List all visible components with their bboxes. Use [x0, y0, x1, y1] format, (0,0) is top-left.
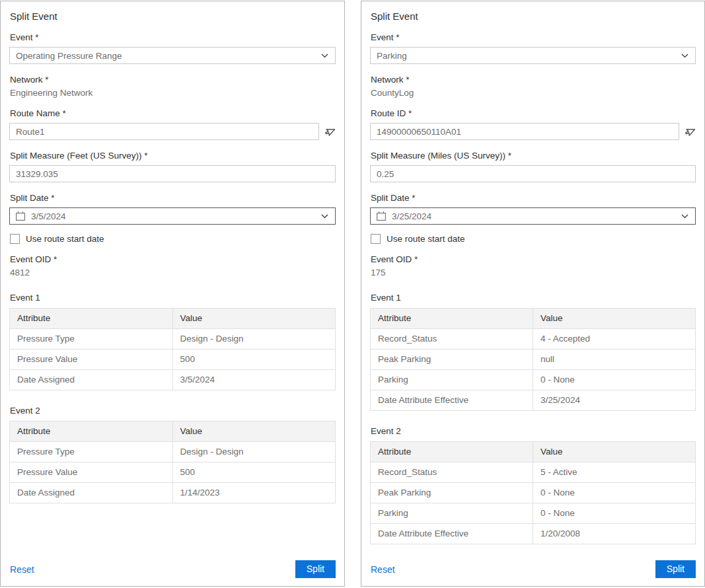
reset-button[interactable]: Reset [10, 564, 34, 575]
attribute-cell: Record_Status [371, 462, 533, 483]
chevron-down-icon [681, 54, 688, 58]
table-row: Parking 0 - None [371, 370, 696, 390]
value-cell: 4 - Accepted [533, 329, 696, 349]
event1-heading: Event 1 [10, 293, 336, 303]
table-row: Date Attribute Effective 3/25/2024 [371, 390, 696, 411]
table-header-row: Attribute Value [10, 309, 336, 329]
event1-table: Attribute Value Record_Status 4 - Accept… [370, 308, 696, 411]
attribute-cell: Date Attribute Effective [371, 524, 533, 544]
value-cell: 3/25/2024 [533, 390, 696, 411]
calendar-icon [376, 211, 387, 221]
value-cell: 0 - None [533, 503, 696, 524]
use-route-start-date-label: Use route start date [387, 234, 465, 244]
select-on-map-icon[interactable] [324, 126, 336, 137]
page-title: Split Event [371, 11, 696, 22]
value-cell: 5 - Active [533, 462, 696, 483]
event-select[interactable]: Operating Pressure Range [9, 47, 336, 64]
table-header-row: Attribute Value [371, 309, 696, 329]
event-select-value: Parking [377, 51, 407, 61]
split-date-value: 3/5/2024 [31, 211, 66, 221]
value-cell: 0 - None [533, 483, 696, 503]
split-event-panel-right: Split Event Event * Parking Network * Co… [361, 1, 705, 587]
table-row: Pressure Value 500 [10, 462, 336, 483]
reset-button[interactable]: Reset [371, 564, 395, 575]
split-measure-input[interactable] [370, 165, 696, 182]
split-event-panels-container: Split Event Event * Operating Pressure R… [0, 0, 705, 587]
chevron-down-icon [681, 214, 688, 219]
attribute-column-header: Attribute [10, 309, 173, 329]
split-date-picker[interactable]: 3/5/2024 [9, 207, 336, 225]
table-row: Peak Parking null [371, 349, 696, 370]
event-oid-label: Event OID * [10, 254, 336, 264]
panel-footer: Reset Split [10, 560, 336, 578]
value-column-header: Value [533, 309, 696, 329]
attribute-cell: Peak Parking [371, 483, 533, 503]
page-title: Split Event [10, 11, 336, 22]
split-date-picker[interactable]: 3/25/2024 [370, 207, 696, 225]
split-button[interactable]: Split [295, 560, 336, 578]
value-cell: 1/20/2008 [533, 524, 696, 544]
table-row: Date Attribute Effective 1/20/2008 [371, 524, 696, 544]
value-cell: 0 - None [533, 370, 696, 390]
use-route-start-date-checkbox[interactable] [10, 234, 20, 244]
route-field-label: Route ID * [371, 108, 696, 118]
select-on-map-icon[interactable] [685, 126, 696, 137]
event-select[interactable]: Parking [370, 47, 696, 64]
attribute-cell: Parking [371, 503, 533, 524]
route-field-label: Route Name * [10, 108, 336, 118]
event1-heading: Event 1 [371, 293, 696, 303]
calendar-icon [15, 211, 26, 221]
value-cell: 500 [172, 462, 336, 483]
event-field-label: Event * [371, 32, 696, 42]
attribute-column-header: Attribute [371, 309, 533, 329]
route-input[interactable] [9, 123, 319, 140]
route-input[interactable] [370, 123, 679, 140]
value-cell: 3/5/2024 [172, 370, 336, 390]
date-field-label: Split Date * [371, 193, 696, 203]
attribute-cell: Peak Parking [371, 349, 533, 370]
measure-field-label: Split Measure (Feet (US Survey)) * [10, 151, 336, 161]
network-value: CountyLog [371, 88, 696, 98]
value-cell: 500 [172, 349, 336, 370]
panel-footer: Reset Split [371, 560, 696, 578]
split-event-panel-left: Split Event Event * Operating Pressure R… [0, 1, 345, 587]
event-oid-value: 4812 [10, 268, 336, 277]
chevron-down-icon [321, 54, 328, 58]
network-field-label: Network * [371, 75, 696, 85]
split-measure-input[interactable] [9, 165, 336, 182]
use-route-start-date-label: Use route start date [26, 234, 104, 244]
event1-table: Attribute Value Pressure Type Design - D… [9, 308, 336, 390]
event2-table: Attribute Value Record_Status 5 - Active… [370, 441, 696, 544]
event-oid-label: Event OID * [371, 254, 696, 264]
event2-heading: Event 2 [371, 426, 696, 436]
use-route-start-date-checkbox[interactable] [371, 234, 381, 244]
split-button[interactable]: Split [655, 560, 696, 578]
date-field-label: Split Date * [10, 193, 336, 203]
table-row: Date Assigned 3/5/2024 [10, 370, 336, 390]
attribute-column-header: Attribute [371, 442, 533, 462]
table-row: Pressure Type Design - Design [10, 442, 336, 462]
route-input-row [370, 123, 696, 140]
event2-heading: Event 2 [10, 406, 336, 416]
attribute-cell: Pressure Type [10, 329, 173, 349]
value-column-header: Value [172, 422, 336, 442]
use-route-start-date-row: Use route start date [10, 234, 336, 244]
attribute-cell: Date Assigned [10, 370, 173, 390]
table-row: Pressure Type Design - Design [10, 329, 336, 349]
table-row: Peak Parking 0 - None [371, 483, 696, 503]
event-field-label: Event * [10, 32, 336, 42]
chevron-down-icon [321, 214, 328, 219]
attribute-column-header: Attribute [10, 422, 173, 442]
table-row: Record_Status 4 - Accepted [371, 329, 696, 349]
table-row: Date Assigned 1/14/2023 [10, 483, 336, 503]
network-field-label: Network * [10, 75, 336, 85]
attribute-cell: Pressure Value [10, 349, 173, 370]
value-column-header: Value [172, 309, 336, 329]
use-route-start-date-row: Use route start date [371, 234, 696, 244]
measure-field-label: Split Measure (Miles (US Survey)) * [371, 151, 696, 161]
table-header-row: Attribute Value [371, 442, 696, 462]
route-input-row [9, 123, 336, 140]
value-cell: null [533, 349, 696, 370]
attribute-cell: Record_Status [371, 329, 533, 349]
value-cell: 1/14/2023 [172, 483, 336, 503]
